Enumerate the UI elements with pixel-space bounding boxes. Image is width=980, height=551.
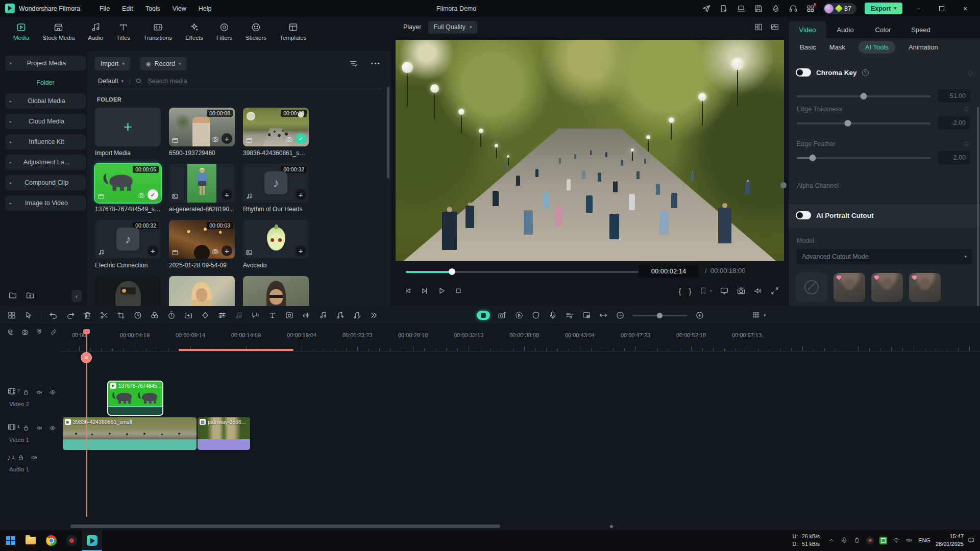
subtab-mask[interactable]: Mask bbox=[829, 43, 845, 51]
menu-edit[interactable]: Edit bbox=[116, 5, 139, 12]
keyframe-icon[interactable]: ◇ bbox=[968, 69, 973, 77]
freeze-frame-icon[interactable] bbox=[184, 311, 193, 320]
video-preview[interactable] bbox=[396, 40, 784, 261]
audio-visualizer-icon[interactable] bbox=[302, 311, 311, 320]
mute-track-icon[interactable] bbox=[36, 424, 43, 432]
sidebar-item-image-to-video[interactable]: ▸Image to Video bbox=[5, 195, 86, 211]
media-item-selected[interactable]: 00:00:05 ✓ 137678-767484549_small bbox=[95, 164, 161, 213]
timeline-hscrollbar[interactable] bbox=[70, 524, 500, 528]
add-to-timeline-button[interactable]: + bbox=[222, 245, 232, 256]
media-item[interactable]: 00:00:08 + 6590-193729460 bbox=[169, 108, 235, 157]
media-item[interactable]: + ai-generated-8628190... bbox=[169, 164, 235, 213]
media-item[interactable]: 00:00:23 ✓ 39836-424360861_small bbox=[243, 108, 309, 157]
sidebar-item-influence-kit[interactable]: ▸Influence Kit bbox=[5, 134, 86, 149]
menu-help[interactable]: Help bbox=[192, 5, 218, 12]
media-item[interactable] bbox=[95, 276, 161, 306]
tab-templates[interactable]: Templates bbox=[280, 22, 306, 49]
multi-view-icon[interactable] bbox=[754, 22, 763, 32]
zoom-in-icon[interactable] bbox=[695, 311, 704, 320]
timeline-ruler[interactable]: 00:0000:00:04:1900:00:09:1400:00:14:0900… bbox=[60, 329, 980, 352]
sidebar-item-adjustment-layer[interactable]: ▸Adjustment La... bbox=[5, 155, 86, 170]
delete-icon[interactable] bbox=[83, 311, 92, 320]
media-item[interactable] bbox=[243, 276, 309, 306]
tab-audio[interactable]: Audio bbox=[826, 21, 864, 38]
hide-track-icon[interactable] bbox=[49, 424, 56, 432]
copy-icon[interactable] bbox=[7, 329, 14, 336]
tolerance-slider[interactable] bbox=[797, 93, 930, 99]
adjustment-icon[interactable] bbox=[217, 311, 227, 320]
keyframe-tool-icon[interactable] bbox=[201, 311, 210, 320]
collapse-panel-button[interactable]: ‹ bbox=[71, 290, 82, 302]
filmora-app-button[interactable] bbox=[82, 530, 102, 551]
screen-record-icon[interactable] bbox=[582, 311, 591, 320]
snapshot-quick-icon[interactable] bbox=[21, 329, 29, 336]
tab-color[interactable]: Color bbox=[864, 21, 902, 38]
menu-tools[interactable]: Tools bbox=[139, 5, 166, 12]
stop-button[interactable] bbox=[454, 286, 463, 295]
model-dropdown[interactable]: Advanced Cutout Mode▾ bbox=[797, 249, 972, 264]
tray-mic-icon[interactable] bbox=[841, 537, 848, 544]
ai-portrait-cutout-toggle[interactable] bbox=[796, 211, 811, 219]
folder-icon[interactable] bbox=[8, 291, 17, 300]
tab-stock-media[interactable]: Stock Media bbox=[42, 22, 75, 49]
zoom-out-icon[interactable] bbox=[616, 311, 625, 320]
subtab-ai-tools[interactable]: AI Tools bbox=[859, 41, 895, 54]
media-item[interactable]: 00:00:32 ♪ + Rhythm of Our Hearts bbox=[243, 164, 309, 213]
voiceover-icon[interactable] bbox=[548, 311, 557, 320]
avatar[interactable] bbox=[824, 4, 834, 13]
quality-dropdown[interactable]: Full Quality▾ bbox=[428, 21, 477, 34]
media-item-import[interactable]: + Import Media bbox=[95, 108, 161, 157]
clock[interactable]: 15:47 28/01/2025 bbox=[936, 533, 964, 548]
recorder-app-button[interactable] bbox=[61, 530, 82, 551]
marker-icon[interactable] bbox=[699, 286, 708, 295]
subtab-animation[interactable]: Animation bbox=[909, 43, 938, 51]
chroma-key-toggle[interactable] bbox=[796, 68, 811, 77]
add-to-timeline-button[interactable]: + bbox=[222, 133, 232, 144]
media-item[interactable]: 00:00:32 ♪ + Electric Connection bbox=[95, 220, 161, 269]
import-button[interactable]: Import▾ bbox=[95, 57, 130, 70]
tab-audio[interactable]: Audio bbox=[88, 22, 103, 49]
clip-park-video[interactable]: ▶39836-424360861_small bbox=[63, 417, 197, 450]
battery-icon[interactable] bbox=[853, 537, 861, 544]
mark-out-button[interactable]: } bbox=[689, 287, 691, 295]
media-item[interactable] bbox=[169, 276, 235, 306]
fullscreen-icon[interactable] bbox=[770, 286, 779, 295]
media-browser-icon[interactable] bbox=[7, 311, 16, 320]
add-to-timeline-button[interactable]: + bbox=[148, 245, 158, 256]
minimize-button[interactable]: − bbox=[911, 5, 926, 13]
tab-speed[interactable]: Speed bbox=[902, 21, 940, 38]
media-scrollbar[interactable] bbox=[387, 87, 389, 179]
laptop-icon[interactable] bbox=[737, 4, 746, 13]
add-to-timeline-button[interactable]: + bbox=[296, 245, 306, 256]
playhead-handle[interactable] bbox=[83, 329, 90, 334]
tray-expand-icon[interactable] bbox=[828, 537, 835, 544]
plugins-grid-icon[interactable] bbox=[806, 4, 815, 13]
speed-icon[interactable] bbox=[133, 311, 142, 320]
file-explorer-button[interactable] bbox=[20, 530, 41, 551]
keyframe-icon[interactable]: ◇ bbox=[964, 105, 969, 112]
tray-volume-icon[interactable] bbox=[905, 537, 913, 544]
mark-in-button[interactable]: { bbox=[678, 287, 681, 295]
maximize-button[interactable] bbox=[934, 5, 949, 13]
subtab-basic[interactable]: Basic bbox=[800, 43, 816, 51]
marker-flag-icon[interactable] bbox=[531, 311, 541, 320]
search-input[interactable]: Search media bbox=[148, 78, 187, 85]
volume-icon[interactable] bbox=[753, 286, 763, 295]
hide-track-icon[interactable] bbox=[49, 389, 56, 396]
media-item[interactable]: + Avocado bbox=[243, 220, 309, 269]
previous-frame-button[interactable] bbox=[403, 286, 412, 295]
timeline-zoom-slider[interactable] bbox=[632, 312, 688, 318]
menu-view[interactable]: View bbox=[166, 5, 192, 12]
snapshot-icon[interactable] bbox=[737, 286, 746, 295]
lock-track-icon[interactable] bbox=[22, 389, 30, 396]
sidebar-item-project-media[interactable]: ▾Project Media bbox=[5, 56, 86, 71]
seek-handle[interactable] bbox=[449, 268, 455, 275]
clip-pathway-image[interactable]: 🖼pathway-3596... bbox=[198, 417, 250, 450]
next-frame-button[interactable] bbox=[420, 286, 429, 295]
second-display-icon[interactable] bbox=[720, 286, 729, 295]
render-preview-icon[interactable] bbox=[514, 311, 524, 320]
edge-feather-slider[interactable] bbox=[797, 155, 930, 161]
help-icon[interactable]: ? bbox=[862, 69, 869, 76]
tab-filters[interactable]: Filters bbox=[216, 22, 232, 49]
undo-icon[interactable] bbox=[49, 311, 58, 320]
